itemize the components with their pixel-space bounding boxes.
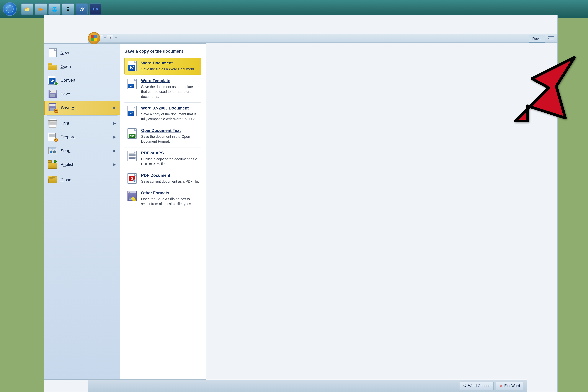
taskbar-remote-btn[interactable]: 🖥: [62, 4, 74, 15]
ps-icon: Ps: [92, 6, 98, 12]
word-document-icon: W: [127, 61, 138, 72]
quick-toolbar: 💾 ↩ ▾ ↪ ▾ Revie: [88, 34, 558, 43]
saveas-item-pdf-xps[interactable]: PDF or XPS Publish a copy of the documen…: [124, 148, 201, 170]
saveas-divider-1: [124, 75, 201, 75]
pdf-document-desc: Save current document as a PDF file.: [141, 179, 199, 184]
pdf-document-title: PDF Document: [141, 173, 199, 178]
nav-prepare-label: Prepare: [60, 134, 76, 140]
office-button[interactable]: [88, 32, 100, 44]
file-menu: New Open: [44, 44, 206, 380]
word-window: 💾 ↩ ▾ ↪ ▾ Revie: [44, 15, 558, 392]
bottom-bar: ⚙ Word Options ✕ Exit Word: [88, 380, 527, 392]
opendocument-text: OpenDocument Text Save the document in t…: [141, 128, 199, 144]
word-document-text: Word Document Save the file as a Word Do…: [141, 61, 199, 72]
exit-word-icon: ✕: [500, 384, 503, 388]
new-file-icon: [48, 48, 57, 57]
saveas-item-word-document[interactable]: W Word Document Save the file as a Word …: [124, 58, 201, 75]
nav-item-print[interactable]: Print ▶: [44, 116, 120, 130]
saveas-divider-6: [124, 187, 201, 188]
open-folder-icon: [48, 62, 57, 71]
opendocument-icon: ODT: [127, 128, 137, 139]
taskbar-chrome-btn[interactable]: 🌐: [48, 4, 60, 15]
send-icon: 👤: [48, 146, 57, 155]
saveas-divider-4: [124, 147, 201, 148]
undo-dropdown-icon[interactable]: ▾: [104, 36, 106, 40]
chrome-icon: 🌐: [51, 6, 58, 12]
nav-item-publish[interactable]: ↑ Publish ▶: [44, 158, 120, 171]
saveas-item-opendocument[interactable]: ODT OpenDocument Text Save the document …: [124, 125, 201, 147]
exit-word-button[interactable]: ✕ Exit Word: [496, 382, 524, 390]
svg-rect-4: [91, 38, 94, 41]
save-floppy-icon: [48, 90, 57, 98]
saveas-divider-3: [124, 125, 201, 125]
redo-icon: ↪: [108, 36, 111, 40]
start-orb[interactable]: [3, 2, 17, 16]
print-icon: [48, 119, 57, 127]
redo-btn[interactable]: ↪: [107, 35, 113, 41]
tab-review-label: Revie: [532, 36, 542, 41]
saveas-item-other-formats[interactable]: Other Formats Open the Save As dialog bo…: [124, 188, 201, 209]
svg-rect-3: [94, 35, 97, 38]
other-formats-icon: [127, 191, 137, 201]
save-as-arrow: ▶: [114, 106, 116, 110]
word-document-title: Word Document: [141, 61, 199, 66]
nav-convert-label: Convert: [60, 78, 75, 83]
publish-arrow: ▶: [114, 162, 116, 166]
nav-close-label: Close: [60, 178, 72, 182]
pdf-xps-icon: [127, 151, 137, 161]
saveas-item-word-template[interactable]: W Word Template Save the document as a t…: [124, 76, 201, 102]
convert-icon: W ↑: [48, 76, 57, 84]
pdf-document-icon: S ↺: [127, 173, 137, 184]
nav-print-label: Print: [60, 121, 69, 126]
nav-item-close[interactable]: Close: [44, 173, 120, 187]
other-formats-text: Other Formats Open the Save As dialog bo…: [141, 191, 199, 206]
word-97-2003-title: Word 97-2003 Document: [141, 106, 199, 110]
word-options-button[interactable]: ⚙ Word Options: [460, 382, 494, 390]
taskbar-word-btn[interactable]: W: [76, 4, 88, 15]
other-formats-desc: Open the Save As dialog box to select fr…: [141, 196, 199, 206]
word-template-icon: W: [127, 78, 137, 89]
nav-publish-label: Publish: [60, 162, 74, 167]
saveas-item-pdf-document[interactable]: S ↺ PDF Document Save current document a…: [124, 170, 201, 187]
nav-save-label: Save: [60, 92, 70, 96]
toolbar-dropdown-icon[interactable]: ▾: [115, 36, 117, 40]
close-file-icon: [48, 176, 57, 184]
nav-item-save-as[interactable]: Save As ▶: [44, 101, 120, 115]
word-97-2003-icon: W: [127, 106, 137, 116]
nav-divider-2: [46, 172, 118, 172]
nav-item-save[interactable]: Save: [44, 87, 120, 101]
word-97-2003-desc: Save a copy of the document that is full…: [141, 112, 199, 122]
prepare-icon: ✏: [48, 133, 57, 141]
file-nav: New Open: [44, 44, 120, 380]
folder-icon: 📁: [24, 6, 30, 12]
nav-open-label: Open: [60, 64, 71, 69]
taskbar-play-btn[interactable]: ▶: [35, 4, 47, 15]
exit-word-label: Exit Word: [504, 384, 520, 388]
opendocument-desc: Save the document in the Open Document F…: [141, 134, 199, 144]
pdf-xps-text: PDF or XPS Publish a copy of the documen…: [141, 151, 199, 166]
word-doc-badge: W: [128, 65, 135, 71]
saveas-item-word-97-2003[interactable]: W Word 97-2003 Document Save a copy of t…: [124, 103, 201, 124]
svg-point-1: [8, 8, 11, 10]
word-options-label: Word Options: [468, 384, 490, 388]
nav-save-as-label: Save As: [61, 106, 76, 110]
nav-item-new[interactable]: New: [44, 46, 120, 60]
tab-review[interactable]: Revie: [529, 36, 544, 42]
nav-item-convert[interactable]: W ↑ Convert: [44, 73, 120, 87]
saveas-panel: Save a copy of the document W Word Docum…: [120, 44, 206, 380]
nav-send-label: Send: [60, 148, 70, 153]
word-template-title: Word Template: [141, 78, 199, 83]
svg-rect-2: [91, 35, 94, 38]
pdf-document-text: PDF Document Save current document as a …: [141, 173, 199, 184]
play-icon: ▶: [38, 6, 44, 12]
nav-item-send[interactable]: 👤 Send ▶: [44, 144, 120, 158]
word-icon: W: [78, 6, 85, 12]
nav-new-label: New: [60, 50, 69, 55]
nav-item-prepare[interactable]: ✏ Prepare ▶: [44, 130, 120, 144]
taskbar-folder-btn[interactable]: 📁: [21, 4, 33, 15]
pdf-xps-title: PDF or XPS: [141, 151, 199, 156]
svg-rect-5: [94, 38, 97, 41]
pdf-xps-desc: Publish a copy of the document as a PDF …: [141, 157, 199, 166]
nav-item-open[interactable]: Open: [44, 60, 120, 73]
taskbar-ps-btn[interactable]: Ps: [89, 4, 101, 15]
